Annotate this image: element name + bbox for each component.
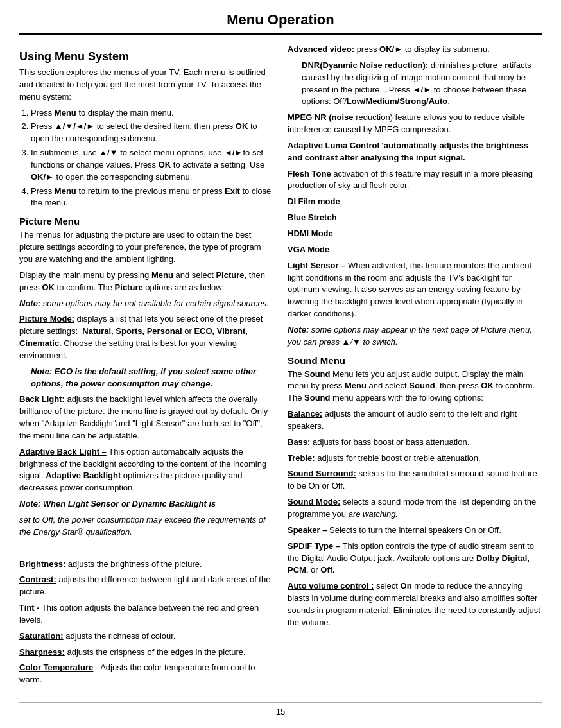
brightness-text: Brightness: adjusts the brightness of th… [19, 559, 273, 571]
picture-menu-heading: Picture Menu [19, 216, 273, 227]
sound-mode-text: Sound Mode: selects a sound mode from th… [288, 496, 542, 521]
using-menu-system-intro: This section explores the menus of your … [19, 67, 273, 103]
menu-steps-list: Press Menu to display the main menu. Pre… [19, 107, 273, 210]
color-temperature-text: Color Temperature - Adjusts the color te… [19, 662, 273, 686]
di-film-mode-text: DI Film mode [288, 196, 542, 208]
two-column-layout: Using Menu System This section explores … [19, 44, 542, 691]
picture-mode-text: Picture Mode: displays a list that lets … [19, 313, 273, 361]
dnr-text: DNR(Dyanmic Noise reduction): diminishes… [302, 60, 542, 108]
menu-step-2: Press ▲/▼/◄/► to select the desired item… [31, 121, 273, 145]
auto-volume-control-text: Auto volume control : select On mode to … [288, 580, 542, 628]
contrast-text: Contrast: adjusts the difference between… [19, 574, 273, 598]
picture-menu-note1: Note: some options may be not available … [19, 298, 273, 310]
menu-step-3: In submenus, use ▲/▼ to select menu opti… [31, 147, 273, 184]
tint-text: Tint - This option adjusts the balance b… [19, 602, 273, 627]
menu-step-1: Press Menu to display the main menu. [31, 107, 273, 119]
mpeg-nr-text: MPEG NR (noise reduction) feature allows… [288, 112, 542, 136]
saturation-text: Saturation: adjusts the richness of colo… [19, 630, 273, 643]
balance-text: Balance: adjusts the amount of audio sen… [288, 408, 542, 433]
adaptive-back-light-text: Adaptive Back Light – This option automa… [19, 446, 273, 494]
page-title: Menu Operation [19, 12, 542, 35]
spacer-p [19, 542, 273, 555]
page-number: 15 [19, 702, 542, 716]
page-container: Menu Operation Using Menu System This se… [0, 0, 561, 728]
menu-step-4: Press Menu to return to the previous men… [31, 186, 273, 210]
blue-stretch-text: Blue Stretch [288, 212, 542, 224]
back-light-text: Back Light: adjusts the backlight level … [19, 394, 273, 442]
speaker-text: Speaker – Selects to turn the internal s… [288, 524, 542, 537]
using-menu-system-section: Using Menu System This section explores … [19, 50, 273, 209]
picture-menu-intro: The menus for adjusting the picture are … [19, 229, 273, 266]
left-column: Using Menu System This section explores … [19, 44, 273, 691]
picture-menu-section: Picture Menu The menus for adjusting the… [19, 216, 273, 686]
adaptive-luma-text: Adaptive Luma Control 'automatically adj… [288, 140, 542, 164]
light-sensor-text: Light Sensor – When activated, this feat… [288, 260, 542, 320]
bass-text: Bass: adjusts for bass boost or bass att… [288, 437, 542, 449]
treble-text: Treble: adjusts for treble boost or treb… [288, 453, 542, 465]
sound-menu-intro: The Sound Menu lets you adjust audio out… [288, 368, 542, 405]
right-column: Advanced video: press OK/► to display it… [288, 44, 542, 691]
picture-mode-note: Note: ECO is the default setting, if you… [19, 366, 273, 390]
sound-menu-section: Sound Menu The Sound Menu lets you adjus… [288, 355, 542, 629]
spdif-type-text: SPDIF Type – This option controls the ty… [288, 541, 542, 577]
sharpness-text: Sharpness: adjusts the crispness of the … [19, 646, 273, 659]
picture-menu-display-line: Display the main menu by pressing Menu a… [19, 270, 273, 294]
vga-mode-text: VGA Mode [288, 244, 542, 256]
flesh-tone-text: Flesh Tone activation of this feature ma… [288, 168, 542, 193]
advanced-video-text: Advanced video: press OK/► to display it… [288, 44, 542, 56]
note-light-sensor-cont: set to Off, the power consumption may ex… [19, 514, 273, 539]
note-light-sensor: Note: When Light Sensor or Dynamic Backl… [19, 498, 273, 510]
note3-text: Note: some options may appear in the nex… [288, 324, 542, 349]
using-menu-system-heading: Using Menu System [19, 50, 273, 64]
hdmi-mode-text: HDMI Mode [288, 228, 542, 240]
dnr-block: DNR(Dyanmic Noise reduction): diminishes… [288, 60, 542, 108]
sound-menu-heading: Sound Menu [288, 355, 542, 366]
sound-surround-text: Sound Surround: selects for the simulate… [288, 468, 542, 492]
